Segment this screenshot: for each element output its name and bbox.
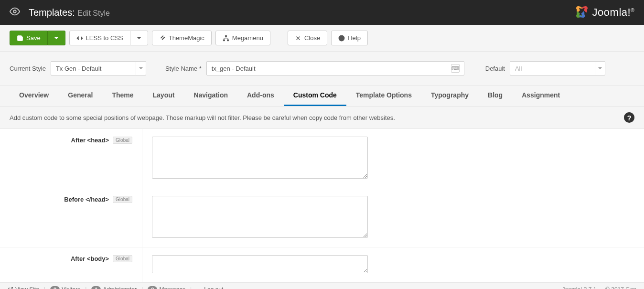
svg-line-8: [10, 287, 13, 289]
form-area: After <head> Global Before </head> Globa…: [0, 129, 644, 282]
style-name-input[interactable]: [206, 61, 464, 75]
current-style-label: Current Style: [10, 65, 46, 72]
messages-label: Messages: [159, 286, 185, 289]
help-button[interactable]: Help: [331, 31, 368, 45]
field-col-before-head-close: [142, 188, 644, 247]
label-before-head-close: Before </head>: [64, 196, 109, 203]
footer: View Site | 0 Visitors | 1 Administrator…: [0, 282, 644, 289]
default-select[interactable]: All: [510, 61, 605, 75]
header: Templates: Edit Style Joomla!®: [0, 0, 644, 25]
help-label: Help: [348, 34, 361, 42]
less-to-css-label: LESS to CSS: [86, 34, 123, 42]
svg-rect-2: [223, 39, 225, 41]
brand-name: Joomla!®: [592, 6, 634, 19]
external-icon: [8, 287, 13, 289]
field-col-after-head: [142, 129, 644, 188]
page-title-main: Templates:: [29, 7, 75, 18]
description-text: Add custom code to some special position…: [10, 114, 395, 121]
visitors-item[interactable]: 0 Visitors: [50, 286, 80, 289]
tab-typography[interactable]: Typography: [421, 86, 478, 106]
footer-right: Joomla! 3.7.1 — © 2017 Gen: [562, 286, 636, 289]
page-title-sub: Edit Style: [77, 9, 110, 17]
form-row-before-head-close: Before </head> Global: [0, 188, 644, 247]
joomla-logo-icon: [574, 4, 590, 21]
badge-global: Global: [113, 255, 132, 262]
megamenu-button[interactable]: Megamenu: [215, 31, 270, 45]
code-icon: [76, 35, 83, 42]
field-col-after-body: [142, 247, 644, 282]
chevron-down-icon: [54, 37, 58, 39]
default-value: All: [510, 61, 605, 75]
admin-label: Administrator: [103, 286, 137, 289]
tab-template-options[interactable]: Template Options: [346, 86, 421, 106]
tab-assignment[interactable]: Assignment: [512, 86, 569, 106]
tabs: Overview General Theme Layout Navigation…: [0, 86, 644, 107]
save-button-group: Save: [10, 31, 65, 45]
tab-navigation[interactable]: Navigation: [184, 86, 237, 106]
svg-rect-3: [227, 39, 229, 41]
view-site-label: View Site: [15, 286, 39, 289]
admin-item[interactable]: 1 Administrator: [91, 286, 137, 289]
minus-icon: —: [196, 286, 202, 289]
page-title: Templates: Edit Style: [29, 7, 110, 18]
messages-item[interactable]: 0 Messages: [148, 286, 185, 289]
logout-link[interactable]: — Log out: [196, 286, 223, 289]
form-row-after-head: After <head> Global: [0, 129, 644, 188]
current-style-value: Tx Gen - Default: [51, 61, 146, 75]
label-col-before-head-close: Before </head> Global: [0, 188, 142, 247]
label-col-after-body: After <body> Global: [0, 247, 142, 282]
svg-rect-1: [225, 35, 227, 37]
tab-blog[interactable]: Blog: [478, 86, 512, 106]
save-label: Save: [26, 34, 41, 42]
thememagic-label: ThemeMagic: [169, 34, 204, 42]
svg-point-0: [13, 10, 16, 13]
chevron-down-icon: [137, 37, 141, 39]
label-col-after-head: After <head> Global: [0, 129, 142, 188]
close-label: Close: [304, 34, 320, 42]
style-name-label: Style Name *: [165, 65, 202, 72]
close-icon: [295, 35, 301, 42]
save-button[interactable]: Save: [10, 31, 48, 45]
brand-logo[interactable]: Joomla!®: [574, 4, 634, 21]
tab-general[interactable]: General: [58, 86, 102, 106]
label-after-body: After <body>: [71, 255, 109, 262]
visitors-count: 0: [50, 286, 60, 289]
megamenu-label: Megamenu: [232, 34, 263, 42]
badge-global: Global: [113, 137, 132, 144]
logout-label: Log out: [204, 286, 223, 289]
form-row-after-body: After <body> Global: [0, 247, 644, 282]
view-site-link[interactable]: View Site: [8, 286, 39, 289]
style-name-wrap: ⌨: [206, 61, 464, 75]
tab-custom-code[interactable]: Custom Code: [284, 86, 346, 106]
toolbar: Save LESS to CSS ThemeMagic Megamenu Clo…: [0, 25, 644, 52]
tab-theme[interactable]: Theme: [102, 86, 143, 106]
close-button[interactable]: Close: [288, 31, 327, 45]
footer-left: View Site | 0 Visitors | 1 Administrator…: [8, 286, 223, 289]
textarea-before-head-close[interactable]: [152, 196, 368, 238]
badge-global: Global: [113, 196, 132, 203]
save-dropdown-toggle[interactable]: [48, 31, 65, 45]
less-to-css-button[interactable]: LESS to CSS: [69, 31, 130, 45]
compile-button-group: LESS to CSS: [69, 31, 148, 45]
tab-layout[interactable]: Layout: [143, 86, 184, 106]
thememagic-button[interactable]: ThemeMagic: [152, 31, 212, 45]
header-left: Templates: Edit Style: [10, 6, 110, 19]
compile-dropdown-toggle[interactable]: [130, 31, 148, 45]
description-row: Add custom code to some special position…: [0, 107, 644, 129]
save-icon: [17, 35, 23, 42]
default-label: Default: [485, 65, 505, 72]
textarea-after-head[interactable]: [152, 137, 368, 179]
label-after-head: After <head>: [71, 137, 109, 144]
style-row: Current Style Tx Gen - Default Style Nam…: [0, 52, 644, 86]
tab-overview[interactable]: Overview: [10, 86, 58, 106]
help-circle-icon[interactable]: ?: [624, 112, 634, 123]
textarea-after-body[interactable]: [152, 255, 368, 273]
sitemap-icon: [223, 35, 229, 42]
eye-icon[interactable]: [10, 6, 20, 19]
current-style-select[interactable]: Tx Gen - Default: [51, 61, 146, 75]
magic-icon: [159, 35, 166, 42]
visitors-label: Visitors: [62, 286, 80, 289]
help-icon: [338, 35, 345, 42]
tab-addons[interactable]: Add-ons: [237, 86, 284, 106]
messages-count: 0: [148, 286, 157, 289]
